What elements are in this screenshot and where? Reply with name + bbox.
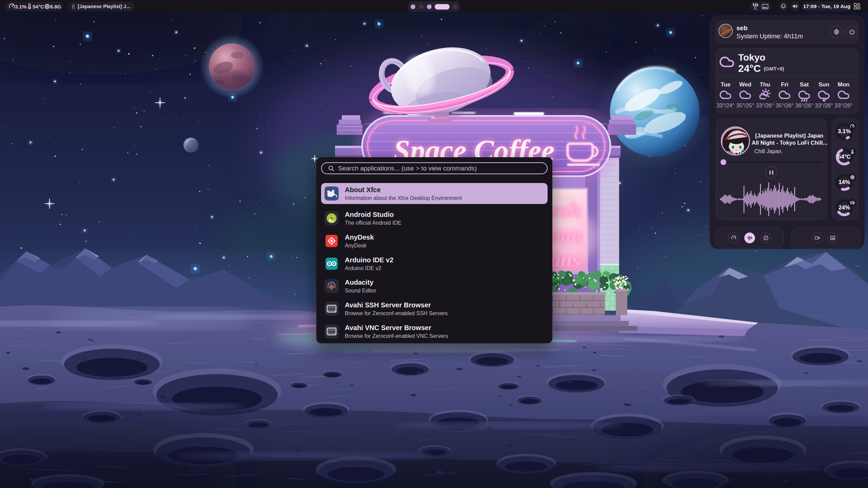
svg-text:esh: esh — [551, 198, 580, 221]
svg-text:oon: oon — [550, 223, 583, 246]
svg-text:ans: ans — [550, 248, 580, 271]
